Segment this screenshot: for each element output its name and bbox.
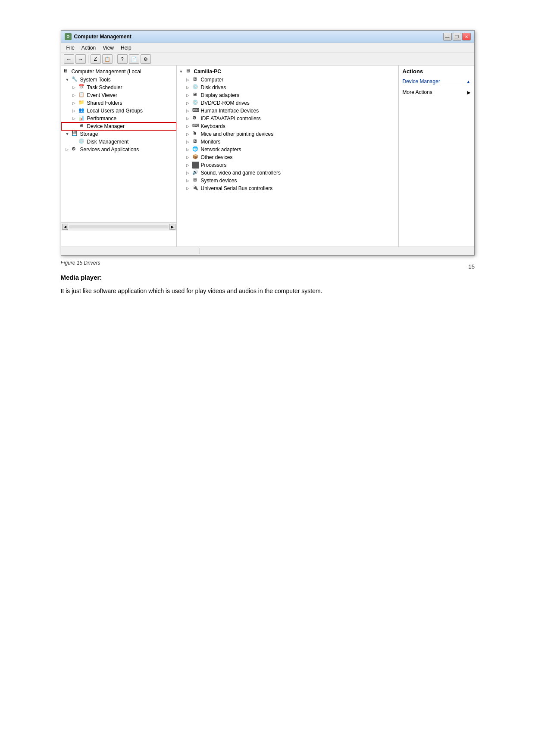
icon-disk-drives: 💿 bbox=[192, 84, 199, 91]
toggle-network: ▷ bbox=[186, 147, 191, 152]
left-item-disk-mgmt[interactable]: 💿 Disk Management bbox=[61, 138, 176, 146]
restore-button[interactable]: ❐ bbox=[453, 33, 461, 41]
toggle-mice: ▷ bbox=[186, 132, 191, 136]
middle-item-processors[interactable]: ▷ Processors bbox=[177, 161, 398, 169]
middle-item-computer[interactable]: ▷ 🖥 Computer bbox=[177, 76, 398, 84]
icon-system-devices: 🖥 bbox=[192, 177, 199, 184]
label-mice: Mice and other pointing devices bbox=[201, 131, 274, 137]
actions-title: Actions bbox=[403, 68, 471, 75]
window-title: Computer Management bbox=[74, 34, 131, 40]
minimize-button[interactable]: — bbox=[443, 33, 452, 41]
label-display: Display adapters bbox=[201, 92, 239, 98]
toggle-usb: ▷ bbox=[186, 186, 191, 191]
label-network: Network adapters bbox=[201, 147, 241, 153]
label-disk-mgmt: Disk Management bbox=[87, 139, 129, 145]
label-computer: Computer bbox=[201, 77, 224, 83]
middle-item-keyboards[interactable]: ▷ ⌨ Keyboards bbox=[177, 122, 398, 130]
left-item-local-users[interactable]: ▷ 👥 Local Users and Groups bbox=[61, 107, 176, 115]
left-item-performance[interactable]: ▷ 📊 Performance bbox=[61, 115, 176, 122]
icon-performance: 📊 bbox=[78, 115, 85, 122]
middle-item-disk-drives[interactable]: ▷ 💿 Disk drives bbox=[177, 84, 398, 91]
toggle-hid: ▷ bbox=[186, 109, 191, 113]
icon-ide: ⚙ bbox=[192, 115, 199, 122]
label-hid: Human Interface Devices bbox=[201, 108, 259, 114]
middle-item-other[interactable]: ▷ 📦 Other devices bbox=[177, 153, 398, 161]
scroll-left-btn[interactable]: ◀ bbox=[62, 224, 68, 230]
close-button[interactable]: ✕ bbox=[462, 33, 471, 41]
left-item-shared-folders[interactable]: ▷ 📁 Shared Folders bbox=[61, 99, 176, 107]
toggle-dvd: ▷ bbox=[186, 101, 191, 105]
label-usb: Universal Serial Bus controllers bbox=[201, 185, 273, 191]
icon-display: 🖥 bbox=[192, 92, 199, 99]
toolbar-btn-7[interactable]: ⚙ bbox=[141, 54, 151, 64]
left-item-task-scheduler[interactable]: ▷ 📅 Task Scheduler bbox=[61, 84, 176, 91]
middle-item-sound[interactable]: ▷ 🔊 Sound, video and game controllers bbox=[177, 169, 398, 177]
icon-storage: 💾 bbox=[72, 131, 78, 137]
device-manager-action-label: Device Manager bbox=[403, 78, 440, 84]
toggle-disk-drives: ▷ bbox=[186, 85, 191, 90]
toggle-display: ▷ bbox=[186, 93, 191, 97]
middle-item-system-devices[interactable]: ▷ 🖥 System devices bbox=[177, 177, 398, 184]
scroll-right-btn[interactable]: ▶ bbox=[169, 224, 175, 230]
middle-root[interactable]: ▼ 🖥 Camilla-PC bbox=[177, 67, 398, 76]
menu-action[interactable]: Action bbox=[78, 44, 99, 52]
icon-dvd: 💿 bbox=[192, 100, 199, 106]
left-item-services[interactable]: ▷ ⚙ Services and Applications bbox=[61, 146, 176, 153]
window: ⚙ Computer Management — ❐ ✕ File Action … bbox=[26, 30, 509, 296]
menu-view[interactable]: View bbox=[99, 44, 117, 52]
left-item-device-manager[interactable]: 🖥 Device Manager bbox=[61, 122, 176, 130]
middle-item-usb[interactable]: ▷ 🔌 Universal Serial Bus controllers bbox=[177, 184, 398, 192]
middle-root-icon: 🖥 bbox=[185, 68, 192, 75]
middle-item-monitors[interactable]: ▷ 🖥 Monitors bbox=[177, 138, 398, 146]
icon-network: 🌐 bbox=[192, 146, 199, 153]
root-icon: 🖥 bbox=[63, 68, 70, 75]
label-keyboards: Keyboards bbox=[201, 123, 225, 129]
toggle-services: ▷ bbox=[66, 147, 70, 152]
toolbar-btn-4[interactable]: 📋 bbox=[102, 54, 113, 64]
toggle-task-scheduler: ▷ bbox=[72, 85, 77, 90]
menu-help[interactable]: Help bbox=[117, 44, 135, 52]
status-section-1 bbox=[64, 248, 200, 254]
toolbar-btn-3[interactable]: Z bbox=[91, 54, 101, 64]
back-button[interactable]: ← bbox=[64, 54, 74, 64]
figure-caption-text: Figure 15 Drivers bbox=[61, 260, 475, 266]
more-actions-item[interactable]: More Actions ▶ bbox=[403, 88, 471, 97]
left-pane: 🖥 Computer Management (Local ▼ 🔧 System … bbox=[61, 66, 177, 247]
window-frame: ⚙ Computer Management — ❐ ✕ File Action … bbox=[61, 30, 475, 256]
middle-root-label: Camilla-PC bbox=[194, 69, 221, 75]
toggle-shared-folders: ▷ bbox=[72, 101, 77, 105]
status-section-2 bbox=[200, 248, 472, 254]
toolbar-btn-5[interactable]: ? bbox=[117, 54, 128, 64]
forward-button[interactable]: → bbox=[75, 54, 86, 64]
middle-item-display[interactable]: ▷ 🖥 Display adapters bbox=[177, 91, 398, 99]
icon-task-scheduler: 📅 bbox=[78, 84, 85, 91]
menu-file[interactable]: File bbox=[63, 44, 78, 52]
icon-sound: 🔊 bbox=[192, 169, 199, 176]
label-system-devices: System devices bbox=[201, 178, 237, 184]
toggle-ide: ▷ bbox=[186, 116, 191, 121]
toggle-processors: ▷ bbox=[186, 163, 191, 167]
left-root-item[interactable]: 🖥 Computer Management (Local bbox=[61, 67, 176, 76]
icon-disk-mgmt: 💿 bbox=[78, 138, 85, 145]
body-paragraph: It is just like software application whi… bbox=[61, 286, 475, 296]
device-manager-action[interactable]: Device Manager ▲ bbox=[403, 77, 471, 86]
toolbar-btn-6[interactable]: 📄 bbox=[129, 54, 139, 64]
middle-item-ide[interactable]: ▷ ⚙ IDE ATA/ATAPI controllers bbox=[177, 115, 398, 122]
left-item-system-tools[interactable]: ▼ 🔧 System Tools bbox=[61, 76, 176, 84]
root-label: Computer Management (Local bbox=[72, 69, 141, 75]
left-item-storage[interactable]: ▼ 💾 Storage bbox=[61, 130, 176, 138]
label-performance: Performance bbox=[87, 116, 117, 122]
middle-item-mice[interactable]: ▷ 🖱 Mice and other pointing devices bbox=[177, 130, 398, 138]
middle-item-network[interactable]: ▷ 🌐 Network adapters bbox=[177, 146, 398, 153]
toggle-system-devices: ▷ bbox=[186, 178, 191, 183]
middle-item-dvd[interactable]: ▷ 💿 DVD/CD-ROM drives bbox=[177, 99, 398, 107]
left-item-event-viewer[interactable]: ▷ 📋 Event Viewer bbox=[61, 91, 176, 99]
left-pane-scroll: ◀ ▶ bbox=[61, 222, 176, 231]
middle-root-toggle: ▼ bbox=[179, 69, 184, 74]
label-task-scheduler: Task Scheduler bbox=[87, 84, 122, 91]
icon-device-manager: 🖥 bbox=[78, 123, 85, 130]
middle-item-hid[interactable]: ▷ ⌨ Human Interface Devices bbox=[177, 107, 398, 115]
icon-event-viewer: 📋 bbox=[78, 92, 85, 99]
label-other: Other devices bbox=[201, 154, 233, 160]
more-actions-arrow: ▶ bbox=[467, 90, 471, 95]
